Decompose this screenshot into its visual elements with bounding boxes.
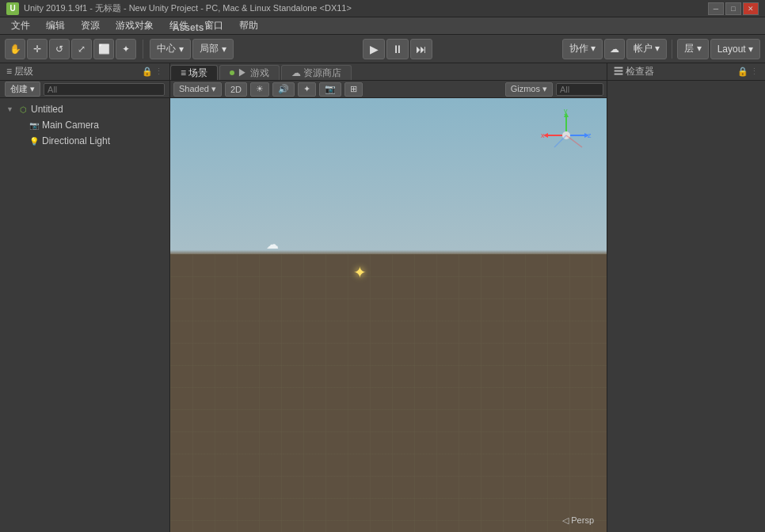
tree-item-main-camera[interactable]: 📷 Main Camera: [0, 117, 169, 133]
transform-tool-button[interactable]: ✦: [116, 39, 136, 59]
sun-icon: ✦: [353, 263, 367, 282]
account-dropdown[interactable]: 帐户 ▾: [626, 39, 667, 59]
scene-search[interactable]: [556, 83, 603, 96]
menu-file[interactable]: 文件: [3, 17, 38, 34]
tree-arrow-untitled: ▼: [6, 105, 17, 113]
hierarchy-toolbar: 创建 ▾: [0, 81, 169, 98]
scale-tool-button[interactable]: ⤢: [71, 39, 92, 59]
tree-item-directional-light[interactable]: 💡 Directional Light: [0, 133, 169, 149]
menu-bar: 文件 编辑 资源 游戏对象 组件 窗口 帮助: [0, 17, 765, 35]
rotate-tool-button[interactable]: ↺: [49, 39, 70, 59]
light-toggle[interactable]: ☀: [250, 82, 269, 97]
view-tabs: ≡ 场景 ▶ 游戏 ☁ 资源商店: [170, 63, 607, 81]
scene-toolbar: Shaded ▾ 2D ☀ 🔊 ✦ 📷 ⊞ Gizmos ▾: [170, 81, 607, 98]
layout-dropdown[interactable]: Layout ▾: [710, 39, 760, 59]
cloud-icon: ☁: [266, 237, 279, 252]
gizmos-dropdown[interactable]: Gizmos ▾: [505, 82, 553, 97]
local-dropdown[interactable]: 局部 ▾: [192, 39, 234, 59]
audio-toggle[interactable]: 🔊: [272, 82, 295, 97]
play-controls: ▶ ⏸ ⏭: [363, 39, 432, 59]
axis-gizmo[interactable]: z x y: [539, 108, 594, 163]
asset-store-label: ☁ 资源商店: [291, 66, 341, 80]
toolbar: ✋ ✛ ↺ ⤢ ⬜ ✦ 中心 ▾ 局部 ▾ ▶ ⏸ ⏭ 协作 ▾ ☁ 帐户 ▾ …: [0, 35, 765, 63]
play-button[interactable]: ▶: [363, 39, 385, 59]
svg-line-11: [566, 135, 582, 147]
center-dropdown[interactable]: 中心 ▾: [150, 39, 191, 59]
scene-tab[interactable]: ≡ 场景: [170, 65, 218, 80]
inspector-panel: ☰ 检查器 🔒 ⋮: [607, 63, 765, 532]
transform-tools: ✋ ✛ ↺ ⤢ ⬜ ✦: [5, 39, 136, 59]
untitled-label: Untitled: [31, 104, 63, 115]
scene-viewport[interactable]: ✦ ☁ z x y: [170, 98, 607, 532]
camera-icon: 📷: [29, 120, 40, 131]
scene-icon: ⬡: [17, 104, 29, 115]
tree-item-untitled[interactable]: ▼ ⬡ Untitled: [0, 101, 169, 117]
effect-toggle[interactable]: ✦: [298, 82, 316, 97]
main-layout: ≡ 层级 🔒 ⋮ 创建 ▾ ▼ ⬡ Untitled: [0, 63, 765, 532]
menu-edit[interactable]: 编辑: [38, 17, 73, 34]
window-controls: ─ □ ✕: [708, 2, 759, 15]
sep2: [672, 40, 672, 59]
asset-store-tab[interactable]: ☁ 资源商店: [281, 65, 352, 80]
pivot-tools: 中心 ▾ 局部 ▾: [150, 39, 234, 59]
scene-tab-label: ≡ 场景: [181, 66, 207, 80]
game-tab-label: ▶ 游戏: [238, 66, 268, 80]
inspector-header: ☰ 检查器 🔒 ⋮: [607, 63, 765, 81]
svg-line-10: [554, 135, 566, 147]
inspector-title: ☰ 检查器: [614, 65, 737, 78]
inspector-lock-icon[interactable]: 🔒: [737, 66, 748, 77]
hierarchy-title: ≡ 层级: [6, 65, 142, 78]
right-tools: 协作 ▾ ☁ 帐户 ▾ 层 ▾ Layout ▾: [562, 39, 760, 59]
light-icon: 💡: [29, 135, 40, 146]
hierarchy-header: ≡ 层级 🔒 ⋮: [0, 63, 169, 81]
menu-help[interactable]: 帮助: [231, 17, 266, 34]
inspector-controls: 🔒 ⋮: [737, 66, 759, 77]
hand-tool-button[interactable]: ✋: [5, 39, 25, 59]
layers-dropdown[interactable]: 层 ▾: [677, 39, 708, 59]
hierarchy-tree: ▼ ⬡ Untitled 📷 Main Camera: [0, 98, 169, 532]
menu-gameobject[interactable]: 游戏对象: [108, 17, 162, 34]
close-button[interactable]: ✕: [743, 2, 759, 15]
sep1: [143, 40, 143, 59]
hierarchy-controls: 🔒 ⋮: [142, 66, 163, 77]
move-tool-button[interactable]: ✛: [27, 39, 48, 59]
game-dot: [230, 70, 234, 75]
kebab-icon[interactable]: ⋮: [154, 66, 163, 77]
rect-tool-button[interactable]: ⬜: [93, 39, 114, 59]
lock-icon[interactable]: 🔒: [142, 66, 153, 77]
minimize-button[interactable]: ─: [708, 2, 724, 15]
step-button[interactable]: ⏭: [410, 39, 432, 59]
cloud-button[interactable]: ☁: [604, 39, 625, 59]
light-label: Directional Light: [42, 135, 110, 146]
pause-button[interactable]: ⏸: [386, 39, 409, 59]
center-area: ≡ 场景 ▶ 游戏 ☁ 资源商店 Shaded ▾ 2D ☀ 🔊 ✦ 📷 ⊞ G…: [170, 63, 607, 532]
scene-ground: [170, 254, 607, 532]
title-bar: U Unity 2019.1.9f1 - 无标题 - New Unity Pro…: [0, 0, 765, 17]
2d-button[interactable]: 2D: [225, 82, 247, 97]
collab-dropdown[interactable]: 协作 ▾: [562, 39, 603, 59]
hierarchy-panel: ≡ 层级 🔒 ⋮ 创建 ▾ ▼ ⬡ Untitled: [0, 63, 170, 532]
create-button[interactable]: 创建 ▾: [5, 82, 40, 97]
hierarchy-search[interactable]: [44, 83, 165, 96]
title-text: Unity 2019.1.9f1 - 无标题 - New Unity Proje…: [24, 2, 708, 14]
camera-label: Main Camera: [42, 120, 99, 131]
persp-label: ◁ Persp: [562, 515, 594, 526]
maximize-button[interactable]: □: [725, 2, 741, 15]
shaded-dropdown[interactable]: Shaded ▾: [173, 82, 222, 97]
axis-svg: z x y: [539, 108, 594, 163]
unity-icon: U: [6, 2, 19, 15]
vr-btn[interactable]: ⊞: [344, 82, 363, 97]
camera-icon-btn[interactable]: 📷: [319, 82, 341, 97]
game-tab[interactable]: ▶ 游戏: [219, 65, 279, 80]
menu-assets[interactable]: 资源: [73, 17, 108, 34]
inspector-kebab-icon[interactable]: ⋮: [750, 66, 759, 77]
